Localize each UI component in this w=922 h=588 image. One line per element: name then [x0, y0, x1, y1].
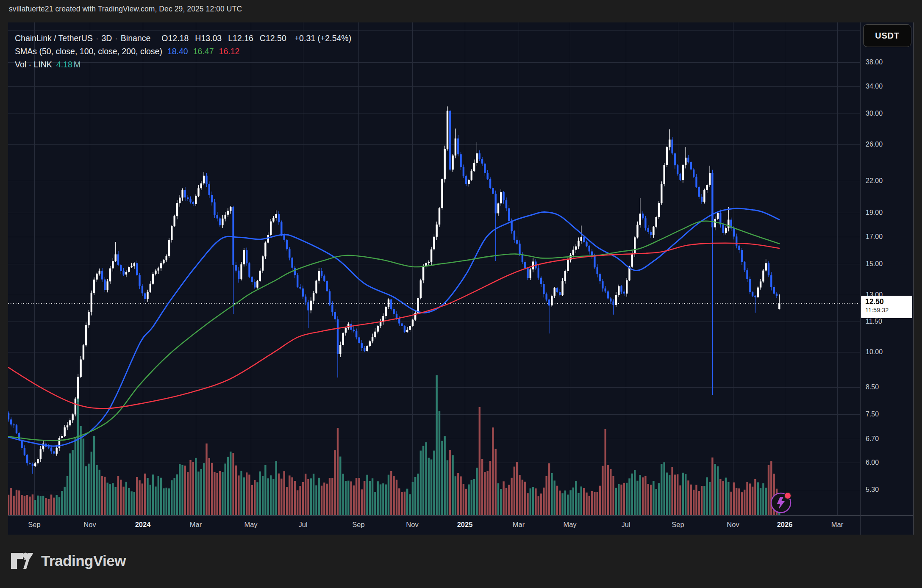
price-axis-label: 38.00	[866, 58, 911, 66]
time-axis-label: 2026	[777, 521, 793, 529]
price-axis-label: 7.50	[866, 410, 911, 418]
sma100-value: 16.47	[193, 47, 214, 56]
high-value: H13.03	[195, 33, 222, 43]
currency-toggle-button[interactable]: USDT	[863, 24, 911, 47]
price-axis-label: 6.70	[866, 435, 911, 443]
low-value: L12.16	[228, 33, 253, 43]
symbol-row: ChainLink / TetherUS·3D·BinanceO12.18H13…	[15, 32, 351, 45]
gridlines	[8, 22, 860, 515]
time-axis-label: May	[244, 521, 257, 529]
time-axis-label: 2025	[457, 521, 473, 529]
tradingview-logo[interactable]: TradingView	[11, 551, 126, 571]
flash-action-button[interactable]	[770, 492, 792, 514]
price-axis-label: 22.00	[866, 177, 911, 185]
bar-countdown: 11:59:32	[865, 306, 912, 314]
time-axis-label: Sep	[28, 521, 40, 529]
time-axis-label: Sep	[672, 521, 684, 529]
price-axis-label: 11.50	[866, 318, 911, 325]
time-axis-label: 2024	[135, 521, 151, 529]
volume-value: 4.18	[56, 60, 72, 69]
time-axis-label: Nov	[406, 521, 418, 529]
last-price-badge: 12.50 11:59:32	[861, 296, 912, 318]
time-axis-label: Sep	[352, 521, 364, 529]
sma50-value: 18.40	[167, 47, 188, 56]
symbol-title: ChainLink / TetherUS	[15, 33, 93, 43]
volume-label: Vol · LINK	[15, 60, 52, 69]
sma-label: SMAs (50, close, 100, close, 200, close)	[15, 47, 162, 56]
time-axis-label: Nov	[83, 521, 96, 529]
price-axis-label: 19.00	[866, 209, 911, 216]
price-axis-label: 10.00	[866, 348, 911, 356]
change-value: +0.31 (+2.54%)	[294, 33, 351, 43]
price-axis-label: 26.00	[866, 141, 911, 148]
time-axis-label: Nov	[727, 521, 739, 529]
sma200-value: 16.12	[219, 47, 240, 56]
axis-borders	[8, 22, 914, 535]
chart-legend: ChainLink / TetherUS·3D·BinanceO12.18H13…	[15, 32, 351, 71]
sma-line	[8, 208, 779, 446]
exchange: Binance	[121, 33, 150, 43]
close-value: C12.50	[260, 33, 286, 43]
price-axis-label: 15.00	[866, 260, 911, 268]
time-axis-label: Jul	[298, 521, 307, 529]
volume-unit: M	[74, 60, 81, 69]
sma-row: SMAs (50, close, 100, close, 200, close)…	[15, 45, 351, 58]
tradingview-snapshot: svillafuerte21 created with TradingView.…	[0, 0, 922, 588]
last-price: 12.50	[865, 297, 912, 306]
tradingview-logo-text: TradingView	[41, 552, 126, 569]
notification-dot	[784, 492, 791, 499]
price-axis-label: 6.00	[866, 459, 911, 466]
volume-bars	[8, 375, 780, 515]
time-axis-label: Mar	[831, 521, 843, 529]
time-axis-label: Jul	[621, 521, 630, 529]
price-axis-label: 34.00	[866, 83, 911, 90]
volume-row: Vol · LINK4.18M	[15, 58, 351, 71]
time-axis-label: Mar	[513, 521, 525, 529]
time-axis-label: May	[563, 521, 576, 529]
price-axis-label: 30.00	[866, 110, 911, 117]
price-axis-label: 5.30	[866, 486, 911, 494]
interval: 3D	[101, 33, 112, 43]
open-value: O12.18	[161, 33, 189, 43]
price-axis-label: 17.00	[866, 233, 911, 241]
sma-line	[8, 243, 779, 409]
price-axis-label: 8.50	[866, 383, 911, 391]
tradingview-mark-icon	[11, 551, 35, 571]
candles	[8, 106, 780, 474]
time-axis-label: Mar	[190, 521, 202, 529]
